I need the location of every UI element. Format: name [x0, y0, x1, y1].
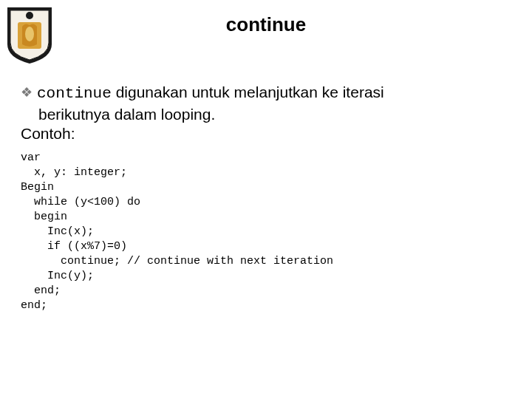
bullet-text-3: Contoh: [21, 124, 502, 143]
code-block: var x, y: integer; Begin while (y<100) d… [21, 151, 502, 313]
diamond-bullet-icon: ❖ [21, 83, 33, 102]
slide-title: continue [0, 13, 532, 36]
bullet-text-2: berikutnya dalam looping. [38, 105, 502, 124]
text-after-keyword: digunakan untuk melanjutkan ke iterasi [112, 83, 384, 100]
content-area: ❖ continue digunakan untuk melanjutkan k… [21, 83, 502, 313]
keyword-continue: continue [37, 85, 112, 102]
bullet-text-1: continue digunakan untuk melanjutkan ke … [37, 83, 384, 103]
bullet-line-1: ❖ continue digunakan untuk melanjutkan k… [21, 83, 502, 103]
